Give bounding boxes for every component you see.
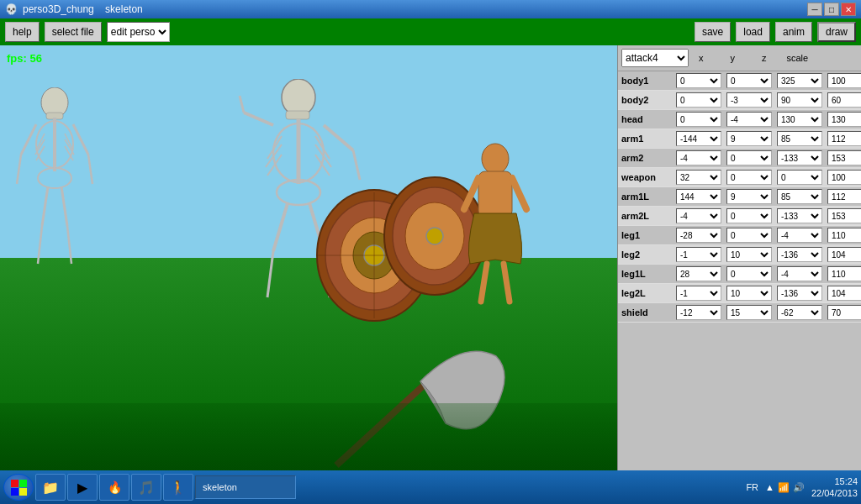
close-button[interactable]: ✕ [841, 3, 856, 16]
taskbar-icon-figure[interactable]: 🚶 [163, 474, 193, 501]
help-button[interactable]: help [5, 22, 40, 42]
bone-shield-x-select[interactable]: -17-16-15-14-13-12-11-10-9-8-7 [676, 305, 721, 320]
bone-body1-z-select[interactable]: 320321322323324325326327328329330 [777, 73, 822, 88]
bone-shield-y-select[interactable]: 1011121314151617181920 [726, 305, 772, 320]
bone-name-head: head [621, 114, 676, 124]
draw-button[interactable]: draw [817, 22, 856, 42]
bone-leg1L-z-select[interactable]: -9-8-7-6-5-4-3-2-101 [777, 266, 822, 281]
title-bar-left: 💀 perso3D_chung skeleton [5, 3, 143, 15]
clock: 15:24 22/04/2013 [811, 475, 858, 500]
svg-line-32 [324, 125, 353, 150]
bone-body2-z-select[interactable]: 8586878889909192939495 [777, 92, 822, 108]
bone-leg2L-z-select[interactable]: -141-140-139-138-137-136-135-134-133-132… [777, 286, 822, 301]
svg-rect-51 [478, 171, 512, 218]
bone-shield-z-select[interactable]: -67-66-65-64-63-62-61-60-59-58-57 [777, 305, 822, 320]
bone-leg1-y-select[interactable]: -5-4-3-2-1012345 [726, 228, 772, 243]
bone-row-arm1L: arm1L13914014114214314414514614714814945… [618, 187, 861, 207]
taskbar-app-skeleton[interactable]: skeleton [195, 475, 296, 499]
bone-shield-scale-select[interactable]: 6566676869707172737475 [827, 305, 861, 320]
bone-arm2-z-select[interactable]: -138-137-136-135-134-133-132-131-130-129… [777, 150, 822, 165]
skeleton-left [13, 87, 97, 272]
bone-head-x-select[interactable]: -5-4-3-2-1012345 [676, 112, 721, 127]
animation-dropdown[interactable]: attack4attack3attack2idlewalkrun [621, 49, 689, 67]
taskbar-icon-folder[interactable]: 📁 [35, 474, 66, 501]
bone-weapon-scale-select[interactable]: 9596979899100101102103104105 [827, 170, 861, 185]
right-panel: attack4attack3attack2idlewalkrun x y z s… [617, 45, 861, 470]
bone-name-leg1L: leg1L [621, 269, 676, 279]
bone-head-z-select[interactable]: 125126127128129130131132133134135 [777, 112, 822, 127]
bone-arm2-x-select[interactable]: -9-8-7-6-5-4-3-2-101 [676, 150, 721, 165]
bone-body1-scale-select[interactable]: 9596979899100101102103104105 [827, 73, 861, 88]
clock-time: 15:24 [811, 475, 858, 487]
viewport[interactable]: fps: 56 [0, 45, 617, 470]
bone-arm1-scale-select[interactable]: 107108109110111112113114115116117 [827, 131, 861, 146]
bone-leg1-x-select[interactable]: -33-32-31-30-29-28-27-26-25-24-23 [676, 228, 721, 243]
bones-container: body1-5-4-3-2-1012345-5-4-3-2-1012345320… [618, 71, 861, 323]
bone-arm1-y-select[interactable]: 4567891011121314 [726, 131, 772, 146]
bone-body2-y-select[interactable]: -8-7-6-5-4-3-2-1012 [726, 92, 772, 108]
app-icon: 💀 [5, 3, 18, 15]
bone-arm1L-scale-select[interactable]: 107108109110111112113114115116117 [827, 189, 861, 204]
bone-body1-y-select[interactable]: -5-4-3-2-1012345 [726, 73, 772, 88]
bone-name-arm1: arm1 [621, 134, 676, 144]
anim-button[interactable]: anim [775, 22, 812, 42]
windows-logo-icon [9, 478, 28, 496]
bone-body1-x-select[interactable]: -5-4-3-2-1012345 [676, 73, 721, 88]
z-col-label: z [762, 53, 767, 63]
bone-arm2L-scale-select[interactable]: 148149150151152153154155156157158 [827, 208, 861, 223]
bone-leg2L-scale-select[interactable]: 99100101102103104105106107108109 [827, 286, 861, 301]
bone-body2-x-select[interactable]: -5-4-3-2-1012345 [676, 92, 721, 108]
bone-leg2-z-select[interactable]: -141-140-139-138-137-136-135-134-133-132… [777, 247, 822, 262]
taskbar-right: FR ▲ 📶 🔊 15:24 22/04/2013 [746, 475, 858, 500]
bone-leg1-scale-select[interactable]: 105106107108109110111112113114115 [827, 228, 861, 243]
main-area: fps: 56 [0, 45, 861, 470]
save-button[interactable]: save [695, 22, 731, 42]
bone-leg2-scale-select[interactable]: 99100101102103104105106107108109 [827, 247, 861, 262]
bone-leg1L-y-select[interactable]: -5-4-3-2-1012345 [726, 266, 772, 281]
bone-leg1L-scale-select[interactable]: 105106107108109110111112113114115 [827, 266, 861, 281]
volume-icon: 🔊 [793, 482, 805, 493]
bone-weapon-z-select[interactable]: -5-4-3-2-1012345 [777, 170, 822, 185]
bone-leg2-y-select[interactable]: 56789101112131415 [726, 247, 772, 262]
maximize-button[interactable]: □ [824, 3, 839, 16]
x-col-label: x [699, 53, 704, 63]
bone-arm2-scale-select[interactable]: 148149150151152153154155156157158 [827, 150, 861, 165]
bone-arm1L-z-select[interactable]: 8081828384858687888990 [777, 189, 822, 204]
bone-head-scale-select[interactable]: 125126127128129130131132133134135 [827, 112, 861, 127]
bone-row-leg2L: leg2L-6-5-4-3-2-10123456789101112131415-… [618, 284, 861, 303]
bone-arm1-z-select[interactable]: 8081828384858687888990 [777, 131, 822, 146]
title-bar-controls: ─ □ ✕ [807, 3, 856, 16]
minimize-button[interactable]: ─ [807, 3, 822, 16]
taskbar-icon-firefox[interactable]: 🔥 [99, 474, 129, 501]
bone-weapon-y-select[interactable]: -5-4-3-2-1012345 [726, 170, 772, 185]
bone-leg2L-x-select[interactable]: -6-5-4-3-2-101234 [676, 286, 721, 301]
bone-weapon-x-select[interactable]: 2728293031323334353637 [676, 170, 721, 185]
bone-head-y-select[interactable]: -9-8-7-6-5-4-3-2-101 [726, 112, 772, 127]
title-bar: 💀 perso3D_chung skeleton ─ □ ✕ [0, 0, 861, 18]
bone-leg2L-y-select[interactable]: 56789101112131415 [726, 286, 772, 301]
svg-line-34 [273, 203, 288, 251]
bone-arm2L-y-select[interactable]: -5-4-3-2-1012345 [726, 208, 772, 223]
load-button[interactable]: load [736, 22, 770, 42]
svg-line-12 [17, 155, 21, 184]
bone-name-arm2L: arm2L [621, 211, 676, 221]
start-button[interactable] [3, 474, 34, 501]
taskbar-icon-play[interactable]: ▶ [67, 474, 98, 501]
edit-perso-dropdown[interactable]: edit perso [107, 22, 170, 42]
bone-arm2L-x-select[interactable]: -9-8-7-6-5-4-3-2-101 [676, 208, 721, 223]
bone-row-arm1: arm1-149-148-147-146-145-144-143-142-141… [618, 129, 861, 149]
taskbar-icon-music[interactable]: 🎵 [131, 474, 161, 501]
select-file-button[interactable]: select file [45, 22, 102, 42]
bone-leg1-z-select[interactable]: -9-8-7-6-5-4-3-2-101 [777, 228, 822, 243]
bone-leg2-x-select[interactable]: -6-5-4-3-2-101234 [676, 247, 721, 262]
svg-line-15 [42, 186, 48, 226]
bone-arm1L-x-select[interactable]: 139140141142143144145146147148149 [676, 189, 721, 204]
bone-body2-scale-select[interactable]: 5556575859606162636465 [827, 92, 861, 108]
bone-leg1L-x-select[interactable]: 2324252627282930313233 [676, 266, 721, 281]
bone-arm2L-z-select[interactable]: -138-137-136-135-134-133-132-131-130-129… [777, 208, 822, 223]
bone-arm2-y-select[interactable]: -5-4-3-2-1012345 [726, 150, 772, 165]
bone-arm1L-y-select[interactable]: 4567891011121314 [726, 189, 772, 204]
bone-arm1-x-select[interactable]: -149-148-147-146-145-144-143-142-141-140… [676, 131, 721, 146]
bone-row-body1: body1-5-4-3-2-1012345-5-4-3-2-1012345320… [618, 71, 861, 91]
svg-rect-56 [11, 480, 18, 487]
